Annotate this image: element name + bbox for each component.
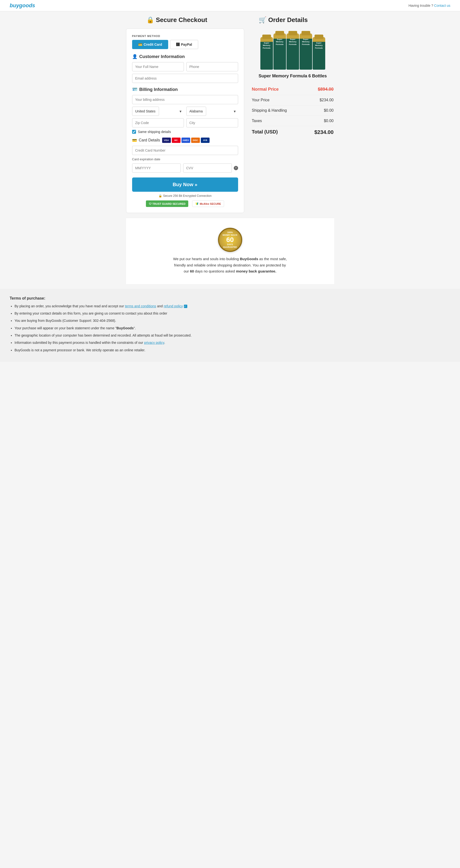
lock-icon: 🔒 [159,194,162,197]
guarantee-badge: 100%MONEY BACK 60 DAYSGUARANTEE [218,228,242,252]
shipping-value: $0.00 [324,108,334,113]
shield-icon: 🛡 [149,203,151,205]
guarantee-badge-bottom: DAYSGUARANTEE [223,243,237,249]
buy-now-button[interactable]: Buy Now » [132,178,238,192]
total-value: $234.00 [314,129,334,135]
guarantee-text: We put our hearts and souls into buildin… [172,256,288,274]
terms-conditions-link[interactable]: terms and conditions [125,304,156,308]
order-heading: 🛒 Order Details [233,16,334,24]
phone-input[interactable] [186,62,238,71]
trust-badges: 🛡 TRUST GUARD SECURED 🔰 McAfee SECURE [132,200,238,207]
billing-section-header: 🪪 Billing Information [132,87,238,92]
fullname-input[interactable] [132,62,184,71]
paypal-tab-label: PayPal [181,42,192,46]
same-shipping-checkbox[interactable] [132,130,136,134]
bottle-2: SuperMemoryFormula [274,33,286,70]
billing-icon: 🪪 [132,87,138,92]
trust-guard-text: TRUST GUARD SECURED [152,203,185,205]
cvv-help-icon[interactable]: ? [234,166,238,170]
bottle-cap-5 [315,35,323,39]
country-select-wrapper: United States [132,106,184,116]
logo: buygoods [10,2,35,9]
zip-input[interactable] [132,118,184,127]
country-select[interactable]: United States [132,106,159,116]
payment-method-label: PAYMENT METHOD [132,35,238,37]
terms-item-7: BuyGoods is not a payment processor or b… [15,347,450,353]
taxes-row: Taxes $0.00 [252,116,334,126]
total-row: Total (USD) $234.00 [252,126,334,138]
state-select[interactable]: Alabama [186,106,206,116]
secure-text: Secure 256 Bit Encrypted Connection [163,194,211,197]
your-price-value: $234.00 [320,98,334,102]
name-phone-row [132,62,238,71]
country-state-row: United States Alabama [132,106,238,116]
shipping-label: Shipping & Handling [252,108,287,113]
privacy-policy-link[interactable]: privacy policy [144,341,164,345]
contact-us-link[interactable]: Contact us [434,4,450,7]
terms-list: By placing an order, you acknowledge tha… [10,304,450,353]
bottle-1: SuperMemoryFormula [260,37,273,70]
billing-address-input[interactable] [132,95,238,104]
mastercard-icon: MC [172,137,180,143]
credit-card-tab[interactable]: 💳 Credit Card [132,40,168,49]
bottle-label-5: SuperMemoryFormula [314,42,324,49]
guarantee-days: 60 [190,269,194,273]
mcafee-badge: 🔰 McAfee SECURE [192,200,224,207]
city-input[interactable] [186,118,238,127]
taxes-label: Taxes [252,119,262,123]
expiry-label: Card expiration date [132,157,238,161]
payment-tabs: 💳 Credit Card 🅿 PayPal [132,40,238,49]
terms-item-6: Information submitted by this payment pr… [15,340,450,345]
terms-checkbox [184,305,187,308]
address-row [132,95,238,104]
product-bottles: SuperMemoryFormula SuperMemoryFormula Su… [252,31,334,70]
cvv-input[interactable] [183,163,232,173]
refund-policy-link[interactable]: refund policy [164,304,183,308]
same-shipping-row: Same shipping details [132,130,238,134]
brand-name: BuyGoods [240,257,258,261]
card-section-title: Card Details [139,138,160,143]
discover-icon: DISC [191,137,200,143]
secure-badge: 🔒 Secure 256 Bit Encrypted Connection [132,194,238,197]
credit-card-tab-label: Credit Card [144,42,162,46]
visa-icon: VISA [162,137,171,143]
order-details-panel: SuperMemoryFormula SuperMemoryFormula Su… [252,29,334,141]
total-label: Total (USD) [252,129,278,135]
card-number-input[interactable] [132,146,238,155]
bottle-3: SuperMemoryFormula [287,33,299,70]
terms-title: Terms of purchase: [10,296,450,301]
jcb-icon: JCB [201,137,209,143]
taxes-value: $0.00 [324,119,334,123]
billing-section-title: Billing Information [139,87,178,92]
bottle-cap-4 [301,31,310,35]
bottle-5: SuperMemoryFormula [313,37,325,70]
terms-item-1: By placing an order, you acknowledge tha… [15,304,450,309]
bottle-cap-1 [262,35,271,39]
guarantee-badge-top: 100%MONEY BACK [223,231,237,237]
expiry-input[interactable] [132,163,181,173]
bottle-label-1: SuperMemoryFormula [262,42,271,49]
mcafee-icon: 🔰 [195,202,199,205]
guarantee-phrase: money back guarantee. [236,269,276,273]
trust-guard-badge: 🛡 TRUST GUARD SECURED [146,200,189,207]
your-price-label: Your Price [252,98,269,102]
shipping-row: Shipping & Handling $0.00 [252,105,334,116]
terms-item-5: The geographic location of your computer… [15,333,450,338]
checkout-heading: 🔒 Secure Checkout [126,16,228,24]
amex-icon: AMEX [181,137,190,143]
header: buygoods Having trouble ? Contact us [0,0,460,11]
expiry-cvv-row: ? [132,163,238,173]
bottle-cap-3 [288,31,297,35]
card-number-row [132,146,238,155]
state-select-wrapper: Alabama [186,106,238,116]
paypal-tab[interactable]: 🅿 PayPal [170,40,198,49]
normal-price-label: Normal Price [252,87,279,92]
bottle-label-3: SuperMemoryFormula [288,38,298,46]
guarantee-section: 100%MONEY BACK 60 DAYSGUARANTEE We put o… [126,218,334,284]
email-input[interactable] [132,74,238,83]
product-image-area: SuperMemoryFormula SuperMemoryFormula Su… [252,31,334,70]
product-name: Super Memory Formula 6 Bottles [252,73,334,79]
normal-price-value: $894.00 [318,87,334,92]
price-table: Normal Price $894.00 Your Price $234.00 … [252,84,334,139]
customer-section-title: Customer Information [139,54,185,59]
